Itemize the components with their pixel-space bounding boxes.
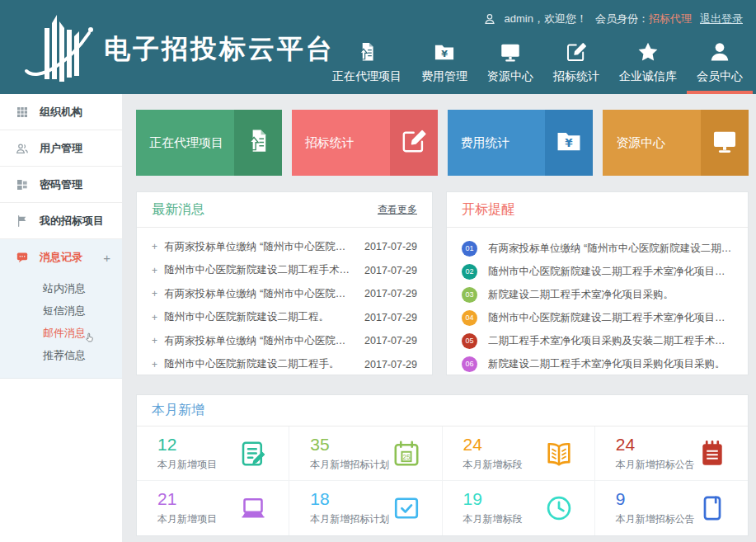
nav-item-3[interactable]: 资源中心 <box>477 40 543 94</box>
edit-icon <box>564 40 589 64</box>
nav-item-6[interactable]: 会员中心 <box>687 40 753 94</box>
identity-text: 会员身份：招标代理 <box>595 12 692 26</box>
sidebar-item-3[interactable]: 密码管理 <box>0 167 122 203</box>
stat-label: 本月新增标段 <box>463 512 523 526</box>
reminder-item-5[interactable]: 05二期工程手术室净化项目采购及安装二期工程手术室净化项目采购及。 <box>462 329 733 352</box>
reminder-item-2[interactable]: 02随州市中心医院新院建设二期工程手术室净化项目采购及安装”项目的招…… <box>462 260 733 283</box>
news-item-5[interactable]: +有两家投标单位缴纳 “随州市中心医院新院建设。2017-07-29 <box>152 329 417 353</box>
nav-item-1[interactable]: 正在代理项目 <box>322 40 411 94</box>
reminder-item-6[interactable]: 06新院建设二期工程手术室净化项目采购化项目采购。 <box>462 352 733 375</box>
sidebar-item-2[interactable]: 用户管理 <box>0 130 122 167</box>
view-more-link[interactable]: 查看更多 <box>378 203 417 217</box>
logout-link[interactable]: 退出登录 <box>700 12 743 26</box>
news-text: 随州市中心医院新院建设二期工程手。 <box>164 357 364 371</box>
nav-label: 招标统计 <box>553 69 599 84</box>
sidebar-item-4[interactable]: 我的招标项目 <box>0 203 122 239</box>
nav-item-4[interactable]: 招标统计 <box>543 40 609 94</box>
stat-value: 24 <box>616 436 695 453</box>
bullet-icon: + <box>152 241 157 252</box>
stat-label: 本月新增项目 <box>157 458 217 472</box>
reminder-number-badge: 01 <box>462 241 477 257</box>
news-item-3[interactable]: +有两家投标单位缴纳 “随州市中心医院新院建设……2017-07-29 <box>152 282 417 306</box>
monitor-icon <box>498 40 523 64</box>
company-logo-icon <box>21 5 104 92</box>
welcome-text: admin，欢迎您！ <box>505 12 587 26</box>
bullet-icon: + <box>152 312 157 323</box>
sidebar-section-5: 消息记录+站内消息短信消息邮件消息推荐信息 <box>0 239 122 379</box>
stat-cell-1: 12本月新增项目 <box>137 427 289 481</box>
user-outline-icon <box>483 12 496 26</box>
card-label: 正在代理项目 <box>136 110 234 176</box>
sidebar-section-2: 用户管理 <box>0 130 122 167</box>
news-text: 有两家投标单位缴纳 “随州市中心医院新院建设…… <box>164 287 364 301</box>
notepad-icon <box>697 438 728 469</box>
mail-check-icon <box>391 493 422 524</box>
news-item-1[interactable]: +有两家投标单位缴纳 “随州市中心医院新院建设……2017-07-29 <box>152 235 417 259</box>
reminder-text: 新院建设二期工程手术室净化项目采购化项目采购。 <box>488 357 725 371</box>
nav-item-5[interactable]: 企业诚信库 <box>609 40 687 94</box>
sidebar-item-label: 用户管理 <box>40 141 82 156</box>
users2-icon <box>16 142 29 155</box>
quick-card-4[interactable]: 资源中心 <box>603 110 749 176</box>
latest-news-panel: 最新消息 查看更多 +有两家投标单位缴纳 “随州市中心医院新院建设……2017-… <box>136 191 433 375</box>
news-item-6[interactable]: +随州市中心医院新院建设二期工程手。2017-07-29 <box>152 353 417 377</box>
quick-card-1[interactable]: 正在代理项目 <box>136 110 282 176</box>
news-date: 2017-07-29 <box>364 335 417 346</box>
quick-card-2[interactable]: 招标统计 <box>292 110 438 176</box>
reminder-item-1[interactable]: 01有两家投标单位缴纳 “随州市中心医院新院建设二期工程。 <box>462 237 733 260</box>
monthly-stats-panel: 本月新增 12本月新增项目35本月新增招标计划2524本月新增标段24本月新增招… <box>136 394 749 536</box>
nav-label: 会员中心 <box>697 69 743 84</box>
top-header: 电子招投标云平台 admin，欢迎您！ 会员身份：招标代理 退出登录 正在代理项… <box>0 0 756 94</box>
reminder-item-4[interactable]: 04随州市中心医院新院建设二期工程手术室净化项目采购及安装”项目的招…… <box>462 306 733 329</box>
stat-cell-2: 35本月新增招标计划25 <box>289 427 442 481</box>
expand-toggle-icon[interactable]: + <box>103 252 110 264</box>
bullet-icon: + <box>152 335 157 346</box>
stat-label: 本月新增招标计划 <box>310 458 389 472</box>
reminder-item-3[interactable]: 03新院建设二期工程手术室净化项目采购。 <box>462 283 733 306</box>
stat-cell-8: 9本月新增招标公告 <box>595 481 748 535</box>
card-label: 招标统计 <box>292 110 390 176</box>
main-content: 正在代理项目招标统计费用统计¥资源中心 最新消息 查看更多 +有两家投标单位缴纳… <box>122 94 756 542</box>
news-date: 2017-07-29 <box>364 288 417 299</box>
stat-value: 19 <box>463 490 523 507</box>
app-title: 电子招投标云平台 <box>104 31 335 68</box>
note-pen-icon <box>237 438 269 469</box>
reminder-text: 随州市中心医院新院建设二期工程手术室净化项目采购及安装”项目的招…… <box>488 311 733 325</box>
sidebar-item-label: 组织机构 <box>40 105 82 120</box>
stat-cell-7: 19本月新增标段 <box>443 481 595 535</box>
bullet-icon: + <box>152 265 157 276</box>
sidebar-item-1[interactable]: 组织机构 <box>0 94 122 130</box>
svg-text:25: 25 <box>402 452 411 460</box>
sidebar: 组织机构用户管理密码管理我的招标项目消息记录+站内消息短信消息邮件消息推荐信息 <box>0 94 122 542</box>
card-iconbox <box>390 110 438 176</box>
stat-value: 9 <box>616 490 695 507</box>
news-text: 有两家投标单位缴纳 “随州市中心医院新院建设。 <box>164 334 364 348</box>
sidebar-item-5[interactable]: 消息记录+ <box>0 239 122 276</box>
nav-label: 企业诚信库 <box>619 69 677 84</box>
stat-info: 35本月新增招标计划 <box>310 436 389 472</box>
card-iconbox: ¥ <box>545 110 593 176</box>
panels-row: 最新消息 查看更多 +有两家投标单位缴纳 “随州市中心医院新院建设……2017-… <box>136 191 749 375</box>
submenu-item-2[interactable]: 短信消息 <box>43 299 122 322</box>
stat-info: 9本月新增招标公告 <box>616 490 695 526</box>
news-item-4[interactable]: +随州市中心医院新院建设二期工程。2017-07-29 <box>152 306 417 330</box>
quick-card-3[interactable]: 费用统计¥ <box>448 110 594 176</box>
reminder-text: 新院建设二期工程手术室净化项目采购。 <box>488 288 674 302</box>
phone-icon <box>697 493 728 524</box>
submenu-item-4[interactable]: 推荐信息 <box>43 344 122 366</box>
reminder-number-badge: 04 <box>462 310 477 326</box>
news-item-2[interactable]: +随州市中心医院新院建设二期工程手术室。2017-07-29 <box>152 259 417 283</box>
stat-cell-4: 24本月新增招标公告 <box>595 427 748 481</box>
stat-info: 21本月新增项目 <box>157 490 217 526</box>
bid-opening-reminder-panel: 开标提醒 01有两家投标单位缴纳 “随州市中心医院新院建设二期工程。02随州市中… <box>446 191 749 375</box>
submenu-item-3[interactable]: 邮件消息 <box>43 322 122 344</box>
stat-info: 24本月新增招标公告 <box>616 436 695 472</box>
main-nav: 正在代理项目¥费用管理资源中心招标统计企业诚信库会员中心 <box>322 40 753 94</box>
reminder-text: 二期工程手术室净化项目采购及安装二期工程手术室净化项目采购及。 <box>488 334 733 348</box>
svg-text:¥: ¥ <box>441 49 448 59</box>
nav-item-2[interactable]: ¥费用管理 <box>411 40 477 94</box>
latest-news-header: 最新消息 查看更多 <box>137 192 432 228</box>
submenu-item-1[interactable]: 站内消息 <box>43 277 122 299</box>
card-label: 费用统计 <box>448 110 546 176</box>
doc-upload-icon <box>244 127 272 158</box>
